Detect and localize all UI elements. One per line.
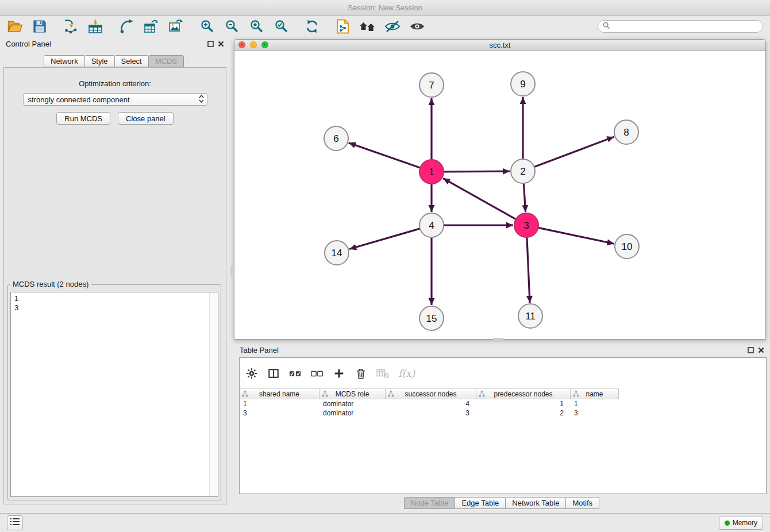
graph-node-15[interactable]: 15 (419, 306, 444, 330)
table-row[interactable]: 1dominator411 (240, 399, 766, 408)
first-neighbors-icon[interactable] (360, 18, 376, 34)
zoom-window-button[interactable]: + (261, 41, 268, 48)
export-image-icon[interactable] (168, 18, 184, 34)
graph-node-6[interactable]: 6 (324, 126, 348, 151)
zoom-out-icon[interactable] (224, 18, 240, 34)
close-window-button[interactable]: × (238, 41, 245, 48)
import-network-icon[interactable] (63, 18, 79, 34)
graph-node-1[interactable]: 1 (419, 160, 444, 184)
result-scrollbar[interactable] (209, 292, 218, 496)
table-cell[interactable]: 3 (386, 408, 476, 418)
table-cell[interactable]: 3 (571, 408, 619, 418)
table-cell[interactable]: 2 (476, 408, 571, 418)
table-cell[interactable]: dominator (319, 408, 386, 418)
control-panel-title: Control Panel (6, 40, 51, 48)
mcds-buttons-row: Run MCDS Close panel (4, 112, 226, 125)
tab-network[interactable]: Network (44, 55, 85, 67)
search-icon (603, 21, 610, 32)
float-table-panel-icon[interactable] (748, 347, 754, 353)
tab-node-table[interactable]: Node Table (404, 497, 456, 509)
tab-select[interactable]: Select (114, 55, 149, 67)
svg-text:6: 6 (333, 133, 338, 144)
network-graph[interactable]: 7968124314101511 (234, 51, 765, 339)
column-header-successor-nodes[interactable]: successor nodes (386, 388, 476, 399)
table-cell[interactable]: dominator (319, 399, 386, 408)
eye-icon[interactable] (409, 18, 425, 34)
import-table-icon[interactable] (87, 18, 103, 34)
deselect-all-icon[interactable] (311, 367, 324, 380)
graph-node-3[interactable]: 3 (514, 213, 538, 237)
svg-text:8: 8 (623, 127, 629, 138)
add-icon[interactable] (333, 367, 345, 380)
table-panel: f(x) shared nameMCDS rolesuccessor nodes… (239, 357, 767, 494)
table-panel-tabs: Node TableEdge TableNetwork TableMotifs (234, 497, 770, 509)
column-header-predecessor-nodes[interactable]: predecessor nodes (476, 388, 571, 399)
tab-edge-table[interactable]: Edge Table (455, 497, 506, 509)
graph-edge-3-10[interactable] (538, 228, 614, 244)
table-cell[interactable]: 3 (240, 408, 319, 418)
zoom-in-icon[interactable] (199, 18, 215, 34)
open-session-icon[interactable] (7, 18, 23, 34)
tab-style[interactable]: Style (84, 55, 115, 67)
table-header-filler (619, 388, 766, 399)
trash-icon[interactable] (355, 367, 367, 380)
task-history-button[interactable] (7, 515, 23, 530)
vertical-divider-handle[interactable] (230, 265, 233, 276)
tab-motifs[interactable]: Motifs (565, 497, 599, 509)
close-panel-button[interactable]: Close panel (118, 112, 174, 125)
save-session-icon[interactable] (32, 18, 48, 34)
optimization-criterion-select[interactable]: strongly connected component (23, 93, 207, 106)
graph-node-11[interactable]: 11 (518, 304, 542, 328)
minimize-window-button[interactable]: − (250, 41, 257, 48)
graph-edge-1-2[interactable] (444, 171, 510, 172)
close-table-panel-icon[interactable] (758, 347, 764, 353)
graph-edge-2-8[interactable] (534, 137, 614, 167)
mcds-result-group: MCDS result (2 nodes) 1 3 (7, 284, 221, 500)
table-cell[interactable]: 1 (571, 399, 619, 408)
graph-edge-2-3[interactable] (523, 183, 525, 212)
clone-network-icon[interactable] (335, 18, 351, 34)
column-header-shared-name[interactable]: shared name (240, 388, 319, 399)
column-header-mcds-role[interactable]: MCDS role (319, 388, 386, 399)
search-input[interactable] (613, 21, 758, 31)
graph-edge-3-11[interactable] (527, 237, 530, 303)
split-panel-icon[interactable] (267, 367, 280, 380)
refresh-layout-icon[interactable] (304, 18, 320, 34)
column-header-name[interactable]: name (571, 388, 619, 399)
select-all-icon[interactable] (289, 367, 302, 380)
graph-edge-1-6[interactable] (349, 143, 420, 168)
table-row[interactable]: 3dominator323 (240, 408, 766, 418)
network-window-titlebar[interactable]: ×−+ scc.txt (234, 40, 765, 51)
new-network-icon[interactable] (118, 18, 134, 34)
graph-node-9[interactable]: 9 (511, 72, 535, 96)
graph-node-10[interactable]: 10 (615, 234, 639, 259)
delete-table-icon (376, 367, 389, 380)
status-bar: Memory (0, 513, 770, 532)
graph-node-8[interactable]: 8 (614, 120, 638, 144)
table-cell[interactable]: 1 (476, 399, 571, 408)
zoom-fit-icon[interactable] (248, 18, 264, 34)
zoom-selected-icon[interactable] (273, 18, 289, 34)
network-view[interactable]: 7968124314101511 (234, 51, 765, 339)
graph-node-7[interactable]: 7 (419, 73, 444, 97)
graph-edge-3-1[interactable] (443, 178, 516, 219)
export-table-icon[interactable] (143, 18, 159, 34)
graph-node-4[interactable]: 4 (419, 213, 444, 237)
tab-network-table[interactable]: Network Table (505, 497, 566, 509)
table-panel-title: Table Panel (240, 346, 279, 354)
graph-edge-4-14[interactable] (349, 229, 420, 249)
memory-button[interactable]: Memory (719, 516, 763, 530)
graph-node-2[interactable]: 2 (511, 159, 535, 183)
horizontal-divider-handle[interactable] (493, 338, 503, 341)
table-cell[interactable]: 4 (386, 399, 476, 408)
close-panel-icon[interactable] (218, 41, 224, 47)
graph-node-14[interactable]: 14 (325, 241, 349, 265)
traffic-lights: ×−+ (238, 41, 268, 48)
run-mcds-button[interactable]: Run MCDS (56, 112, 110, 125)
graphics-details-icon[interactable] (384, 18, 401, 34)
table-cell[interactable]: 1 (240, 399, 319, 408)
gear-icon[interactable] (245, 367, 258, 380)
float-panel-icon[interactable] (207, 41, 214, 47)
tab-mcds[interactable]: MCDS (148, 55, 184, 67)
search-box[interactable] (598, 20, 763, 33)
